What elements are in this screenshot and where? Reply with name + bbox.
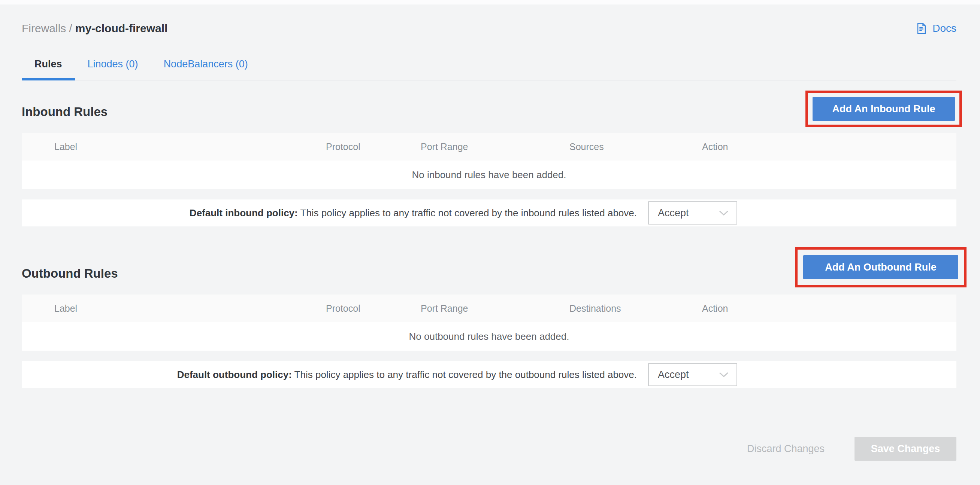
breadcrumb: Firewalls/my-cloud-firewall — [22, 22, 167, 35]
docs-link[interactable]: Docs — [915, 22, 956, 35]
row-gap — [22, 351, 956, 361]
inbound-policy-text: Default inbound policy: This policy appl… — [22, 207, 637, 219]
outbound-policy-value: Accept — [658, 369, 689, 380]
chevron-down-icon — [719, 372, 729, 378]
outbound-policy-description: This policy applies to any traffic not c… — [294, 369, 637, 380]
docs-icon — [915, 22, 928, 35]
outbound-policy-select[interactable]: Accept — [648, 363, 737, 386]
inbound-policy-row: Default inbound policy: This policy appl… — [22, 200, 956, 227]
column-header-port-range: Port Range — [421, 141, 570, 152]
inbound-policy-select[interactable]: Accept — [648, 201, 737, 225]
column-header-label: Label — [22, 141, 326, 152]
inbound-policy-label: Default inbound policy: — [189, 207, 298, 219]
inbound-policy-description: This policy applies to any traffic not c… — [301, 207, 637, 219]
form-actions: Discard Changes Save Changes — [22, 437, 956, 461]
chevron-down-icon — [719, 210, 729, 216]
column-header-protocol: Protocol — [326, 303, 421, 314]
column-header-protocol: Protocol — [326, 141, 421, 152]
inbound-rules-table: Label Protocol Port Range Sources Action… — [22, 133, 956, 227]
inbound-empty-row: No inbound rules have been added. — [22, 160, 956, 189]
column-header-action: Action — [702, 141, 956, 152]
outbound-empty-row: No outbound rules have been added. — [22, 322, 956, 351]
add-inbound-rule-button[interactable]: Add An Inbound Rule — [813, 97, 955, 121]
outbound-policy-label: Default outbound policy: — [177, 369, 292, 380]
tab-rules[interactable]: Rules — [22, 56, 75, 81]
row-gap — [22, 189, 956, 200]
docs-label: Docs — [932, 22, 956, 35]
outbound-table-header: Label Protocol Port Range Destinations A… — [22, 295, 956, 322]
page-title: my-cloud-firewall — [75, 22, 168, 35]
breadcrumb-firewalls-link[interactable]: Firewalls — [22, 22, 66, 35]
discard-changes-button[interactable]: Discard Changes — [747, 443, 824, 455]
column-header-port-range: Port Range — [421, 303, 570, 314]
outbound-rules-table: Label Protocol Port Range Destinations A… — [22, 295, 956, 388]
top-strip — [0, 0, 980, 5]
column-header-action: Action — [702, 303, 956, 314]
outbound-policy-text: Default outbound policy: This policy app… — [22, 369, 637, 380]
firewall-detail-page: Firewalls/my-cloud-firewall Docs Rules L… — [0, 0, 980, 485]
page-header: Firewalls/my-cloud-firewall Docs — [22, 21, 956, 36]
tab-nodebalancers[interactable]: NodeBalancers (0) — [151, 56, 261, 81]
column-header-label: Label — [22, 303, 326, 314]
inbound-table-header: Label Protocol Port Range Sources Action — [22, 133, 956, 160]
breadcrumb-separator: / — [69, 22, 72, 35]
annotation-highlight-outbound: Add An Outbound Rule — [795, 247, 967, 287]
add-outbound-rule-button[interactable]: Add An Outbound Rule — [803, 255, 958, 279]
inbound-policy-value: Accept — [658, 207, 689, 219]
save-changes-button[interactable]: Save Changes — [854, 437, 956, 461]
tab-linodes[interactable]: Linodes (0) — [75, 56, 151, 81]
outbound-policy-row: Default outbound policy: This policy app… — [22, 361, 956, 388]
annotation-highlight-inbound: Add An Inbound Rule — [805, 90, 962, 127]
column-header-sources: Sources — [570, 141, 702, 152]
column-header-destinations: Destinations — [570, 303, 702, 314]
tab-bar: Rules Linodes (0) NodeBalancers (0) — [22, 56, 956, 81]
